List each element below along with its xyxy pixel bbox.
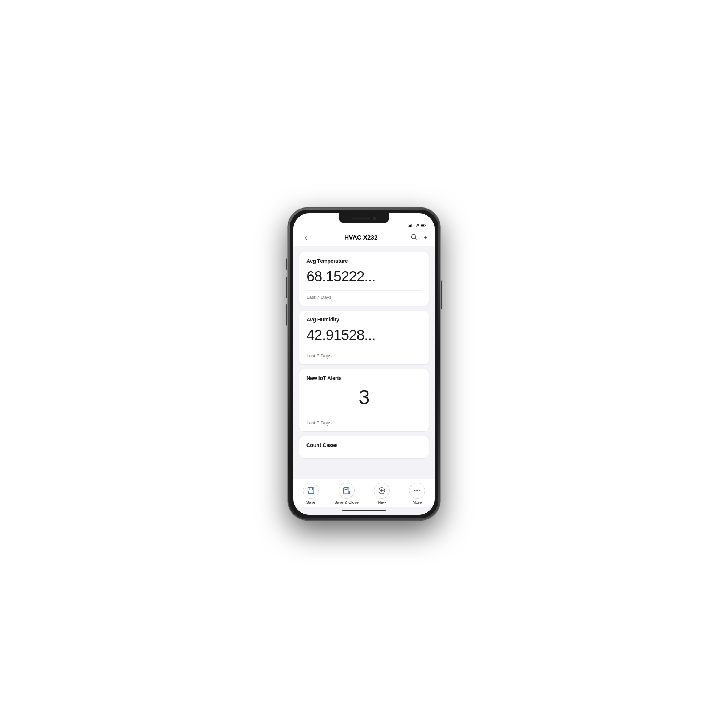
content-area[interactable]: Avg Temperature 68.15222... Last 7 Days … [294,246,434,479]
save-close-label: Save & Close [334,500,359,505]
svg-line-9 [415,238,417,240]
save-label: Save [306,500,316,505]
avg-humidity-card: Avg Humidity 42.91528... Last 7 Days [299,311,429,364]
avg-temperature-label: Avg Temperature [306,258,422,264]
avg-temperature-card: Avg Temperature 68.15222... Last 7 Days [299,252,429,306]
add-icon[interactable]: + [423,234,427,242]
signal-icon [408,223,413,227]
count-cases-card: Count Cases [299,436,429,458]
new-icon [378,487,386,495]
phone-screen: ‹ HVAC X232 + [294,213,434,515]
svg-point-8 [412,234,416,239]
svg-rect-1 [409,225,410,227]
svg-rect-3 [412,224,412,227]
search-icon[interactable] [410,233,418,242]
battery-icon [421,223,426,227]
new-icon-circle [374,483,390,499]
home-indicator [294,507,434,515]
notch [338,213,390,223]
svg-rect-6 [421,225,424,226]
save-close-icon-circle [338,483,355,499]
more-label: More [412,500,422,505]
new-iot-alerts-card: New IoT Alerts 3 Last 7 Days [299,369,429,431]
avg-humidity-label: Avg Humidity [306,317,422,323]
count-cases-label: Count Cases [306,442,422,448]
avg-temperature-value: 68.15222... [306,268,422,284]
new-iot-alerts-label: New IoT Alerts [306,375,422,381]
new-iot-alerts-period: Last 7 Days [306,416,422,425]
more-icon [413,487,421,495]
avg-humidity-period: Last 7 Days [306,349,422,359]
nav-bar: ‹ HVAC X232 + [294,229,434,246]
phone-bezel: ‹ HVAC X232 + [290,210,438,518]
svg-point-23 [416,490,418,491]
save-close-icon [343,487,350,495]
phone-shell: ‹ HVAC X232 + [288,208,440,520]
svg-point-4 [416,226,417,227]
svg-rect-12 [309,491,314,493]
save-icon [307,487,315,495]
svg-rect-2 [410,225,411,227]
avg-temperature-period: Last 7 Days [306,291,422,300]
back-button[interactable]: ‹ [301,233,312,242]
home-bar [342,510,386,511]
front-camera [373,217,376,220]
nav-actions: + [410,233,427,242]
save-button[interactable]: Save [299,483,323,505]
save-icon-circle [303,483,319,499]
svg-rect-0 [408,226,408,227]
svg-point-24 [419,490,420,491]
new-iot-alerts-value: 3 [306,385,422,409]
speaker [352,218,370,219]
page-title: HVAC X232 [344,234,378,241]
save-close-button[interactable]: Save & Close [334,483,359,505]
avg-humidity-value: 42.91528... [306,327,422,343]
phone-device: ‹ HVAC X232 + [288,208,440,520]
new-button[interactable]: New [370,483,393,505]
more-button[interactable]: More [405,483,429,505]
wifi-icon [414,223,419,227]
new-label: New [378,500,386,505]
svg-point-22 [414,490,416,491]
svg-rect-7 [425,225,426,226]
status-icons [408,223,426,227]
bottom-toolbar: Save [294,479,434,507]
more-icon-circle [409,483,425,499]
